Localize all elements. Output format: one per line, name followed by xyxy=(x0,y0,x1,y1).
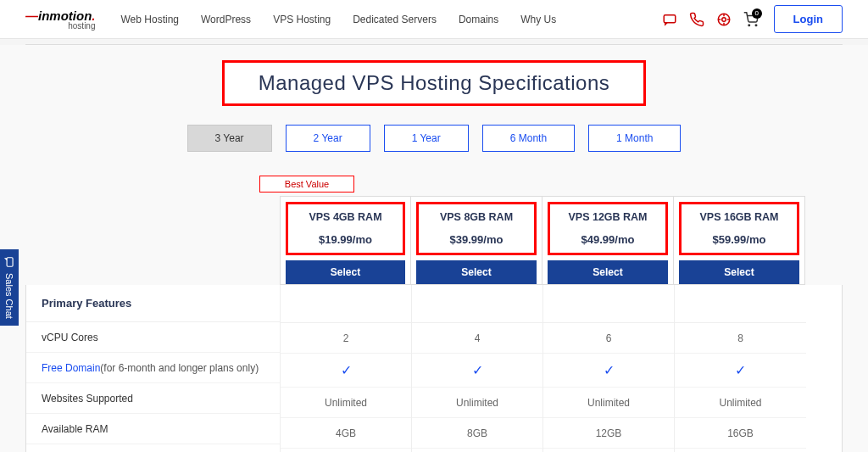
login-button[interactable]: Login xyxy=(774,5,843,33)
spec-val: 8GB xyxy=(412,418,542,449)
spec-val: Unlimited xyxy=(412,388,542,418)
check-icon: ✓ xyxy=(675,354,806,388)
plan-head-12gb: VPS 12GB RAM $49.99/mo xyxy=(548,202,668,255)
plan-head-16gb: VPS 16GB RAM $59.99/mo xyxy=(679,202,799,255)
plan-head-4gb: VPS 4GB RAM $19.99/mo xyxy=(286,202,405,255)
svg-rect-5 xyxy=(7,258,13,267)
spec-val: 210GB NVMe SSD xyxy=(543,449,674,452)
chat-bubble-icon xyxy=(3,256,15,268)
main-header: —inmotion. hosting Web Hosting WordPress… xyxy=(0,0,868,39)
main-content: Managed VPS Hosting Specifications 3 Yea… xyxy=(0,45,868,452)
select-button-4gb[interactable]: Select xyxy=(286,260,405,284)
spec-vals-4gb: 2 ✓ Unlimited 4GB 90GB SSD xyxy=(281,285,412,452)
spec-val: 360GB NVMe SSD xyxy=(675,449,806,452)
spec-labels-col: Primary Features vCPU Cores Free Domain … xyxy=(26,285,281,452)
tab-6-month[interactable]: 6 Month xyxy=(482,125,575,152)
sales-chat-label: Sales Chat xyxy=(4,273,14,319)
tab-1-year[interactable]: 1 Year xyxy=(384,125,469,152)
spec-val: 4GB xyxy=(281,418,411,449)
nav-domains[interactable]: Domains xyxy=(459,14,498,25)
spec-vals-16gb: 8 ✓ Unlimited 16GB 360GB NVMe SSD xyxy=(675,285,806,452)
spec-val: 8 xyxy=(675,323,806,354)
plan-price: $49.99/mo xyxy=(554,233,662,246)
phone-icon[interactable] xyxy=(689,12,704,27)
plan-name: VPS 16GB RAM xyxy=(685,211,793,223)
tab-3-year[interactable]: 3 Year xyxy=(187,125,272,152)
svg-point-4 xyxy=(755,25,757,26)
spec-val: 150GB NVMe SSD xyxy=(412,449,542,452)
spec-val: 4 xyxy=(412,323,542,354)
spec-header: Primary Features xyxy=(26,285,280,322)
spec-val: Unlimited xyxy=(675,388,806,418)
spec-label-websites: Websites Supported xyxy=(26,383,280,414)
spec-label-ram: Available RAM xyxy=(26,414,280,444)
plan-head-8gb: VPS 8GB RAM $39.99/mo xyxy=(416,202,537,255)
check-icon: ✓ xyxy=(543,354,674,388)
select-button-16gb[interactable]: Select xyxy=(679,260,799,284)
plan-col-16gb: VPS 16GB RAM $59.99/mo Select xyxy=(674,196,805,285)
plan-col-8gb: VPS 8GB RAM $39.99/mo Select xyxy=(411,196,542,285)
plan-name: VPS 4GB RAM xyxy=(292,211,399,223)
term-tabs: 3 Year 2 Year 1 Year 6 Month 1 Month xyxy=(25,125,843,152)
spec-label-free-domain[interactable]: Free Domain (for 6-month and longer plan… xyxy=(26,353,280,383)
check-icon: ✓ xyxy=(412,354,542,388)
svg-point-2 xyxy=(721,17,726,21)
select-button-12gb[interactable]: Select xyxy=(548,260,668,284)
page-title-box: Managed VPS Hosting Specifications xyxy=(222,60,647,106)
sales-chat-tab[interactable]: Sales Chat xyxy=(0,249,19,326)
spec-val: 16GB xyxy=(675,418,806,449)
plan-price: $39.99/mo xyxy=(422,233,531,246)
primary-nav: Web Hosting WordPress VPS Hosting Dedica… xyxy=(121,14,645,25)
chat-icon[interactable] xyxy=(662,12,677,27)
cart-count: 0 xyxy=(752,8,762,19)
page-title: Managed VPS Hosting Specifications xyxy=(259,71,610,95)
best-value-badge: Best Value xyxy=(259,176,354,193)
svg-point-3 xyxy=(748,25,750,26)
header-icons: 0 xyxy=(662,12,759,27)
plan-header-row: VPS 4GB RAM $19.99/mo Select VPS 8GB RAM… xyxy=(280,196,843,285)
support-icon[interactable] xyxy=(716,12,732,27)
spec-vals-8gb: 4 ✓ Unlimited 8GB 150GB NVMe SSD xyxy=(412,285,543,452)
spec-val: 6 xyxy=(543,323,674,354)
spec-val: 2 xyxy=(281,323,411,354)
spec-table: Primary Features vCPU Cores Free Domain … xyxy=(25,285,843,452)
nav-vps-hosting[interactable]: VPS Hosting xyxy=(273,14,331,25)
logo[interactable]: —inmotion. hosting xyxy=(25,8,96,31)
nav-dedicated-servers[interactable]: Dedicated Servers xyxy=(353,14,437,25)
tab-1-month[interactable]: 1 Month xyxy=(588,125,681,152)
plan-name: VPS 8GB RAM xyxy=(422,211,531,223)
spec-val: Unlimited xyxy=(281,388,411,418)
nav-wordpress[interactable]: WordPress xyxy=(201,14,251,25)
plan-price: $19.99/mo xyxy=(292,233,399,246)
cart-icon[interactable]: 0 xyxy=(743,12,759,27)
select-button-8gb[interactable]: Select xyxy=(416,260,537,284)
plan-name: VPS 12GB RAM xyxy=(554,211,662,223)
nav-why-us[interactable]: Why Us xyxy=(520,14,556,25)
plan-price: $59.99/mo xyxy=(685,233,793,246)
nav-web-hosting[interactable]: Web Hosting xyxy=(121,14,179,25)
spec-label-disk[interactable]: Disk Space xyxy=(26,444,280,452)
spec-val: 12GB xyxy=(543,418,674,449)
check-icon: ✓ xyxy=(281,354,411,388)
plan-col-4gb: VPS 4GB RAM $19.99/mo Select xyxy=(280,196,411,285)
spec-label-vcpu: vCPU Cores xyxy=(26,322,280,353)
spec-vals-12gb: 6 ✓ Unlimited 12GB 210GB NVMe SSD xyxy=(543,285,675,452)
svg-rect-0 xyxy=(664,14,676,22)
spec-val: 90GB SSD xyxy=(281,449,411,452)
plan-col-12gb: VPS 12GB RAM $49.99/mo Select xyxy=(542,196,674,285)
tab-2-year[interactable]: 2 Year xyxy=(286,125,370,152)
spec-val: Unlimited xyxy=(543,388,674,418)
